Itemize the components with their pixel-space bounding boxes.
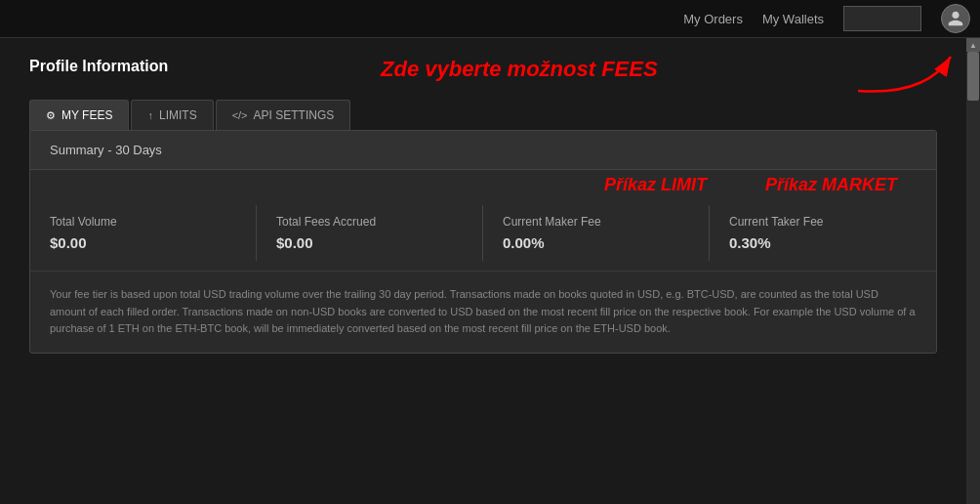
my-wallets-nav[interactable]: My Wallets xyxy=(762,12,824,26)
header: My Orders My Wallets xyxy=(0,0,980,38)
overlay-limit-label: Příkaz LIMIT xyxy=(604,175,707,195)
tab-limits[interactable]: ↑ LIMITS xyxy=(131,100,213,130)
stat-maker-fee-value: 0.00% xyxy=(503,234,689,251)
limits-icon: ↑ xyxy=(147,109,153,121)
tab-fees-label: MY FEES xyxy=(61,108,112,122)
tabs-container: ⚙ MY FEES ↑ LIMITS </> API SETTINGS xyxy=(29,100,937,130)
tab-limits-label: LIMITS xyxy=(159,108,197,122)
search-input[interactable] xyxy=(843,6,921,31)
summary-header: Summary - 30 Days xyxy=(30,131,936,170)
main-wrapper: Profile Information ⚙ MY FEES ↑ LIMITS <… xyxy=(0,38,980,504)
stat-total-volume-label: Total Volume xyxy=(50,215,236,229)
panel: Summary - 30 Days Příkaz LIMIT Příkaz MA… xyxy=(29,130,937,354)
stat-taker-fee: Current Taker Fee 0.30% xyxy=(710,205,936,261)
tab-fees[interactable]: ⚙ MY FEES xyxy=(29,100,129,130)
stat-total-fees: Total Fees Accrued $0.00 xyxy=(257,205,483,261)
stat-total-volume-value: $0.00 xyxy=(50,234,236,251)
scroll-track xyxy=(966,52,980,504)
stat-maker-fee: Current Maker Fee 0.00% xyxy=(483,205,710,261)
user-icon xyxy=(947,10,964,27)
scroll-up-button[interactable]: ▲ xyxy=(966,38,980,52)
my-orders-nav[interactable]: My Orders xyxy=(683,12,743,26)
overlay-labels: Příkaz LIMIT Příkaz MARKET xyxy=(30,170,936,195)
fees-icon: ⚙ xyxy=(46,109,56,122)
scrollbar: ▲ ▼ xyxy=(966,38,980,504)
stat-taker-fee-label: Current Taker Fee xyxy=(729,215,917,229)
scroll-thumb[interactable] xyxy=(967,52,979,101)
stat-taker-fee-value: 0.30% xyxy=(729,234,917,251)
header-nav: My Orders My Wallets xyxy=(683,4,970,33)
fee-description: Your fee tier is based upon total USD tr… xyxy=(30,271,936,353)
stat-total-fees-label: Total Fees Accrued xyxy=(276,215,463,229)
content-wrapper: Profile Information ⚙ MY FEES ↑ LIMITS <… xyxy=(0,38,966,504)
api-icon: </> xyxy=(232,109,248,121)
page-title: Profile Information xyxy=(29,58,937,75)
tab-api-label: API SETTINGS xyxy=(254,108,335,122)
avatar[interactable] xyxy=(941,4,970,33)
overlay-market-label: Příkaz MARKET xyxy=(765,175,897,195)
stat-total-fees-value: $0.00 xyxy=(276,234,463,251)
stats-grid: Total Volume $0.00 Total Fees Accrued $0… xyxy=(30,195,936,271)
stat-maker-fee-label: Current Maker Fee xyxy=(503,215,689,229)
tab-api-settings[interactable]: </> API SETTINGS xyxy=(216,100,351,130)
stat-total-volume: Total Volume $0.00 xyxy=(30,205,257,261)
